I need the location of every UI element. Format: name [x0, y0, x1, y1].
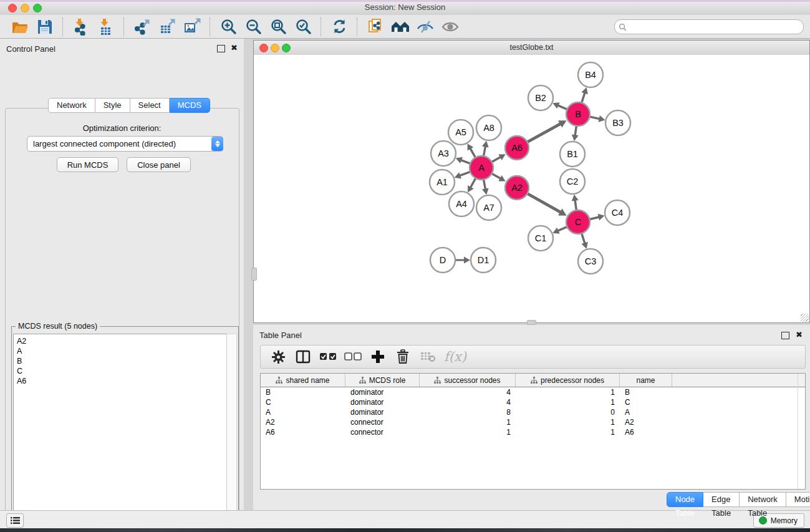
svg-text:B3: B3: [612, 118, 624, 128]
tab-node-table[interactable]: Node Table: [667, 492, 703, 507]
toolbar-group-1: [65, 16, 122, 37]
network-canvas[interactable]: AA1A3A4A5A7A8A6A2BB1B2B3B4CC1C2C3C4DD1: [254, 55, 809, 322]
export-network-button[interactable]: [130, 17, 155, 37]
graph-node-A[interactable]: A: [470, 156, 493, 180]
column-header-successor-nodes[interactable]: successor nodes: [420, 374, 516, 387]
zoom-in-button[interactable]: [216, 17, 241, 37]
tab-select[interactable]: Select: [130, 98, 170, 113]
gear-button[interactable]: [267, 347, 289, 366]
result-scrollbar[interactable]: [226, 334, 237, 532]
tab-mcds[interactable]: MCDS: [170, 98, 210, 113]
graph-node-A2[interactable]: A2: [505, 176, 529, 200]
graph-node-C3[interactable]: C3: [578, 249, 603, 274]
eye-slash-button[interactable]: [413, 17, 438, 37]
svg-text:B2: B2: [535, 93, 546, 103]
tab-style[interactable]: Style: [95, 98, 130, 113]
run-mcds-button[interactable]: Run MCDS: [57, 157, 118, 172]
table-row[interactable]: Adominator80A: [261, 407, 805, 417]
tab-motifs[interactable]: Motifs: [786, 492, 810, 507]
network-window-title-bar[interactable]: testGlobe.txt: [254, 41, 809, 56]
graph-node-B2[interactable]: B2: [528, 85, 553, 110]
import-network-button[interactable]: [69, 17, 94, 37]
hierarchy-icon: [434, 377, 441, 384]
search-field[interactable]: [614, 19, 804, 34]
column-header-MCDS-role[interactable]: MCDS role: [345, 374, 420, 387]
toolbar-group-3: [212, 16, 319, 37]
close-panel-button[interactable]: Close panel: [127, 157, 191, 172]
graph-node-A5[interactable]: A5: [448, 120, 473, 145]
zoom-selected-button[interactable]: [291, 17, 316, 37]
document-network-button[interactable]: [363, 17, 388, 37]
search-input[interactable]: [627, 22, 803, 32]
result-item[interactable]: C: [17, 366, 227, 376]
graph-node-A8[interactable]: A8: [476, 115, 501, 140]
export-image-button[interactable]: [180, 17, 205, 37]
graph-node-D1[interactable]: D1: [471, 248, 496, 273]
split-columns-button[interactable]: [292, 347, 314, 366]
horizontal-splitter-handle[interactable]: [527, 320, 536, 325]
open-folder-button[interactable]: [7, 17, 32, 37]
table-cell: 1: [516, 398, 620, 407]
refresh-button[interactable]: [327, 17, 352, 37]
plus-button[interactable]: [367, 347, 389, 366]
memory-label: Memory: [771, 516, 798, 525]
graph-node-C2[interactable]: C2: [560, 169, 585, 194]
trash-button[interactable]: [392, 347, 414, 366]
table-cell: dominator: [345, 388, 420, 397]
graph-node-B1[interactable]: B1: [560, 142, 585, 167]
table-delete-button[interactable]: [417, 347, 439, 366]
select-stepper-icon: [211, 137, 223, 151]
function-builder-button: f(x): [441, 349, 466, 364]
node-table[interactable]: shared nameMCDS rolesuccessor nodesprede…: [260, 373, 806, 490]
graph-node-A4[interactable]: A4: [449, 191, 474, 216]
result-item[interactable]: B: [17, 356, 227, 366]
task-history-button[interactable]: [6, 513, 24, 528]
close-panel-icon[interactable]: ✖: [231, 43, 238, 52]
result-item[interactable]: A2: [17, 336, 227, 346]
tab-edge-table[interactable]: Edge Table: [703, 492, 740, 507]
graph-node-C4[interactable]: C4: [605, 200, 630, 225]
table-close-icon[interactable]: ✖: [796, 330, 803, 339]
mcds-result-list[interactable]: A2ABCA6: [13, 334, 228, 532]
checked-boxes-button[interactable]: [317, 347, 339, 366]
result-item[interactable]: A6: [17, 376, 227, 386]
save-icon: [37, 19, 53, 35]
graph-node-C[interactable]: C: [566, 210, 590, 234]
graph-node-B4[interactable]: B4: [578, 62, 603, 87]
control-panel-title: Control Panel: [6, 44, 55, 54]
export-table-button[interactable]: [155, 17, 180, 37]
eye-button[interactable]: [438, 17, 463, 37]
table-float-icon[interactable]: [781, 332, 789, 339]
graph-node-A1[interactable]: A1: [430, 170, 455, 195]
double-house-button[interactable]: [388, 17, 413, 37]
hierarchy-icon: [276, 377, 282, 384]
resize-grip[interactable]: [801, 314, 809, 322]
table-row[interactable]: Cdominator41C: [261, 397, 805, 407]
column-header-shared-name[interactable]: shared name: [261, 374, 345, 387]
save-button[interactable]: [32, 17, 57, 37]
table-row[interactable]: Bdominator41B: [261, 387, 805, 397]
graph-node-A3[interactable]: A3: [431, 141, 456, 166]
graph-node-B[interactable]: B: [566, 102, 590, 126]
graph-node-A7[interactable]: A7: [476, 195, 501, 220]
vertical-splitter-handle[interactable]: [251, 268, 257, 281]
table-row[interactable]: A6connector11A6: [261, 427, 805, 437]
graph-node-D[interactable]: D: [430, 248, 455, 273]
tab-network[interactable]: Network: [48, 98, 95, 113]
float-panel-icon[interactable]: [217, 45, 225, 52]
unchecked-boxes-button[interactable]: [342, 347, 364, 366]
graph-node-C1[interactable]: C1: [528, 226, 553, 251]
graph-node-A6[interactable]: A6: [505, 136, 529, 160]
table-row[interactable]: A2connector11A2: [261, 417, 805, 427]
column-header-name[interactable]: name: [620, 374, 672, 387]
mcds-result-box: MCDS result (5 nodes) A2ABCA6: [11, 326, 239, 532]
graph-node-B3[interactable]: B3: [605, 110, 630, 135]
optimization-criterion-select[interactable]: largest connected component (directed): [27, 136, 223, 152]
result-item[interactable]: A: [17, 346, 227, 356]
import-table-button[interactable]: [94, 17, 118, 37]
zoom-out-button[interactable]: [241, 17, 266, 37]
column-header-predecessor-nodes[interactable]: predecessor nodes: [516, 374, 620, 387]
table-cell: A6: [620, 428, 672, 437]
tab-network-table[interactable]: Network Table: [740, 492, 786, 507]
zoom-fit-button[interactable]: [266, 17, 291, 37]
